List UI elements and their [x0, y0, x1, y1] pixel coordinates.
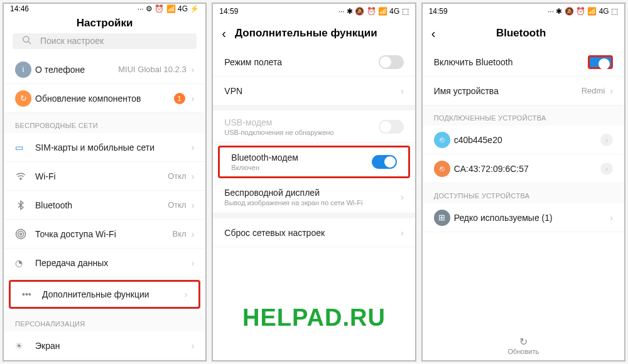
airplane-mode-row[interactable]: Режим полета	[213, 48, 414, 77]
hotspot-label: Точка доступа Wi-Fi	[35, 229, 173, 239]
status-bar: 14:59 ··· ✱ 🔕 ⏰ 📶 4G ⬚	[213, 4, 414, 19]
chevron-right-icon: ›	[192, 229, 195, 239]
chevron-right-icon: ›	[192, 341, 195, 351]
reset-network-row[interactable]: Сброс сетевых настроек ›	[213, 218, 414, 247]
vpn-row[interactable]: VPN ›	[213, 77, 414, 105]
device-settings-icon[interactable]: ›	[600, 163, 613, 175]
section-available: ДОСТУПНЫЕ УСТРОЙСТВА	[423, 183, 624, 203]
bt-value: Откл	[168, 200, 187, 210]
bluetooth-tether-row[interactable]: Bluetooth-модем Включен	[218, 146, 409, 178]
svg-line-1	[28, 41, 31, 44]
device-label: CA:43:72:09:6C:57	[454, 164, 600, 174]
status-icons: ··· ✱ 🔕 ⏰ 📶 4G ⬚	[548, 7, 618, 16]
airplane-label: Режим полета	[224, 57, 378, 67]
display-icon: ☀	[15, 341, 35, 351]
hotspot-row[interactable]: Точка доступа Wi-Fi Вкл ›	[4, 220, 205, 249]
data-usage-row[interactable]: ◔ Передача данных ›	[4, 249, 205, 277]
page-title: Настройки	[77, 17, 133, 29]
about-phone-row[interactable]: i О телефоне MIUI Global 10.2.3 ›	[4, 55, 205, 84]
header: ‹ Bluetooth	[423, 19, 624, 48]
back-button[interactable]: ‹	[222, 26, 226, 41]
section-wireless: БЕСПРОВОДНЫЕ СЕТИ	[4, 113, 205, 133]
bt-label: Bluetooth	[35, 200, 168, 210]
refresh-icon: ↻	[423, 336, 624, 348]
clock: 14:59	[429, 7, 448, 16]
btmodem-toggle[interactable]	[372, 155, 397, 169]
display-row[interactable]: ☀ Экран ›	[4, 331, 205, 360]
section-personalization: ПЕРСОНАЛИЗАЦИЯ	[4, 311, 205, 331]
cast-sublabel: Вывод изображения на экран по сети Wi-Fi	[224, 199, 401, 206]
data-label: Передача данных	[35, 258, 192, 268]
settings-panel: 14:46 ··· ⚙ ⏰ 📶 4G ⚡ Настройки Поиск нас…	[3, 3, 207, 361]
chevron-right-icon: ›	[192, 94, 195, 104]
chevron-right-icon: ›	[192, 142, 195, 153]
settings-search[interactable]: Поиск настроек	[13, 33, 197, 49]
chevron-right-icon: ›	[610, 213, 613, 223]
page-title: Дополнительные функции	[235, 27, 377, 40]
bluetooth-icon	[15, 200, 35, 211]
page-title: Bluetooth	[444, 27, 598, 40]
chevron-right-icon: ›	[192, 258, 195, 268]
wireless-display-row[interactable]: Беспроводной дисплей Вывод изображения н…	[213, 181, 414, 213]
airplane-toggle[interactable]	[379, 55, 404, 69]
svg-point-2	[20, 178, 21, 179]
clock: 14:46	[10, 4, 29, 13]
svg-point-4	[18, 231, 24, 237]
system-update-row[interactable]: ↻ Обновление компонентов 1 ›	[4, 84, 205, 113]
enable-bluetooth-row[interactable]: Включить Bluetooth	[423, 48, 624, 77]
svg-point-0	[23, 36, 29, 42]
search-icon	[21, 35, 33, 48]
devname-value: Redmi	[582, 86, 605, 95]
paired-device-row[interactable]: ⎋ CA:43:72:09:6C:57 ›	[423, 154, 624, 183]
data-icon: ◔	[15, 258, 35, 268]
device-name-row[interactable]: Имя устройства Redmi ›	[423, 77, 624, 105]
device-label: c40b445e20	[454, 135, 600, 145]
btmodem-sublabel: Включен	[231, 164, 371, 171]
folder-icon: ⊞	[434, 210, 454, 226]
chevron-right-icon: ›	[192, 65, 195, 75]
search-placeholder: Поиск настроек	[40, 36, 104, 46]
wifi-row[interactable]: Wi-Fi Откл ›	[4, 162, 205, 191]
bluetooth-panel: 14:59 ··· ✱ 🔕 ⏰ 📶 4G ⬚ ‹ Bluetooth Включ…	[421, 3, 625, 361]
more-functions-panel: 14:59 ··· ✱ 🔕 ⏰ 📶 4G ⬚ ‹ Дополнительные …	[212, 3, 416, 361]
usb-label: USB-модем	[224, 117, 378, 127]
sim-label: SIM-карты и мобильные сети	[35, 142, 192, 153]
status-bar: 14:59 ··· ✱ 🔕 ⏰ 📶 4G ⬚	[423, 4, 624, 19]
chevron-right-icon: ›	[610, 86, 613, 96]
device-settings-icon[interactable]: ›	[600, 134, 613, 146]
more-label: Дополнительные функции	[42, 289, 185, 299]
paired-device-row[interactable]: ⎋ c40b445e20 ›	[423, 126, 624, 154]
update-label: Обновление компонентов	[35, 94, 174, 104]
chevron-right-icon: ›	[401, 86, 404, 96]
usb-toggle	[379, 120, 404, 134]
rarely-used-row[interactable]: ⊞ Редко используемые (1) ›	[423, 203, 624, 232]
sim-row[interactable]: ▭ SIM-карты и мобильные сети ›	[4, 133, 205, 162]
header: Настройки	[4, 14, 205, 33]
update-badge: 1	[174, 93, 185, 104]
chevron-right-icon: ›	[401, 192, 404, 202]
chevron-right-icon: ›	[192, 200, 195, 210]
status-bar: 14:46 ··· ⚙ ⏰ 📶 4G ⚡	[4, 4, 205, 14]
cast-label: Беспроводной дисплей	[224, 188, 401, 198]
refresh-button[interactable]: ↻ Обновить	[423, 336, 624, 355]
hotspot-icon	[15, 228, 35, 240]
bluetooth-toggle[interactable]	[588, 55, 613, 69]
display-label: Экран	[35, 341, 192, 351]
header: ‹ Дополнительные функции	[213, 19, 414, 48]
status-icons: ··· ⚙ ⏰ 📶 4G ⚡	[138, 4, 200, 13]
refresh-label: Обновить	[423, 348, 624, 355]
more-settings-row[interactable]: ••• Дополнительные функции ›	[9, 280, 200, 309]
device-icon: ⎋	[434, 161, 454, 177]
usb-tether-row: USB-модем USB-подключения не обнаружено	[213, 110, 414, 143]
enable-label: Включить Bluetooth	[434, 57, 588, 67]
svg-point-3	[20, 233, 22, 235]
bluetooth-row[interactable]: Bluetooth Откл ›	[4, 191, 205, 220]
divider	[213, 105, 414, 110]
section-connected: ПОДКЛЮЧЕННЫЕ УСТРОЙСТВА	[423, 105, 624, 126]
about-label: О телефоне	[35, 65, 118, 75]
chevron-right-icon: ›	[192, 171, 195, 181]
update-icon: ↻	[15, 90, 35, 107]
back-button[interactable]: ‹	[431, 26, 436, 41]
devname-label: Имя устройства	[434, 86, 582, 96]
watermark: HELPAD.RU	[213, 304, 414, 331]
